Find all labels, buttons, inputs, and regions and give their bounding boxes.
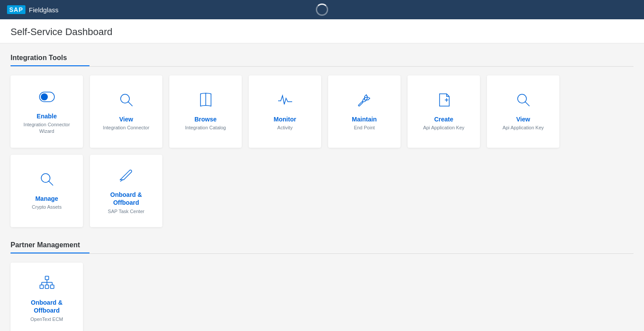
- section-partner-management: Partner Management Onboard & OffboardOpe…: [11, 241, 633, 331]
- svg-line-8: [525, 102, 530, 106]
- tile-enable-connector[interactable]: EnableIntegration Connector Wizard: [11, 75, 83, 148]
- svg-rect-12: [45, 276, 49, 280]
- manage-crypto-title: Manage: [35, 195, 58, 203]
- sap-logo-box: SAP: [7, 5, 25, 14]
- main-content: Integration Tools EnableIntegration Conn…: [0, 43, 644, 331]
- section-title-integration-tools: Integration Tools: [11, 54, 89, 66]
- view-connector-title: View: [119, 115, 133, 123]
- manage-crypto-icon: [39, 171, 55, 189]
- create-api-key-icon: [436, 92, 452, 110]
- monitor-activity-subtitle: Activity: [277, 125, 293, 131]
- browse-catalog-icon: [198, 92, 214, 110]
- onboard-offboard-task-icon: [118, 167, 134, 185]
- onboard-offboard-ecm-title: Onboard & Offboard: [18, 299, 76, 314]
- enable-connector-subtitle: Integration Connector Wizard: [18, 121, 76, 134]
- onboard-offboard-task-subtitle: SAP Task Center: [108, 208, 144, 214]
- tile-onboard-offboard-task[interactable]: Onboard & OffboardSAP Task Center: [90, 155, 162, 227]
- tile-browse-catalog[interactable]: BrowseIntegration Catalog: [169, 75, 242, 148]
- section-integration-tools: Integration Tools EnableIntegration Conn…: [11, 54, 633, 227]
- section-title-partner-management: Partner Management: [11, 241, 89, 253]
- maintain-endpoint-subtitle: End Point: [354, 125, 375, 131]
- tile-create-api-key[interactable]: CreateApi Application Key: [408, 75, 480, 148]
- monitor-activity-title: Monitor: [274, 115, 296, 123]
- tile-onboard-offboard-ecm[interactable]: Onboard & OffboardOpenText ECM: [11, 263, 83, 331]
- tile-grid-partner-management: Onboard & OffboardOpenText ECM: [11, 263, 633, 331]
- page-title-bar: Self-Service Dashboard: [0, 19, 644, 43]
- tile-monitor-activity[interactable]: MonitorActivity: [249, 75, 321, 148]
- svg-rect-14: [45, 285, 49, 288]
- browse-catalog-title: Browse: [194, 115, 217, 123]
- enable-connector-icon: [39, 89, 55, 107]
- svg-rect-13: [40, 285, 43, 288]
- svg-point-1: [41, 93, 48, 100]
- tile-view-connector[interactable]: ViewIntegration Connector: [90, 75, 162, 148]
- view-api-key-subtitle: Api Application Key: [502, 125, 544, 131]
- create-api-key-subtitle: Api Application Key: [423, 125, 464, 131]
- create-api-key-title: Create: [434, 115, 454, 123]
- onboard-offboard-ecm-subtitle: OpenText ECM: [30, 316, 63, 322]
- svg-line-10: [49, 181, 53, 185]
- app-header: SAP Fieldglass: [0, 0, 644, 19]
- view-connector-subtitle: Integration Connector: [103, 125, 150, 131]
- svg-line-3: [128, 102, 132, 106]
- page-title: Self-Service Dashboard: [11, 26, 633, 38]
- browse-catalog-subtitle: Integration Catalog: [185, 125, 226, 131]
- svg-rect-15: [50, 285, 54, 288]
- view-api-key-title: View: [516, 115, 530, 123]
- monitor-activity-icon: [277, 92, 293, 110]
- loading-indicator: [316, 4, 328, 16]
- sap-logo: SAP Fieldglass: [7, 5, 58, 14]
- manage-crypto-subtitle: Crypto Assets: [32, 204, 62, 210]
- tile-view-api-key[interactable]: ViewApi Application Key: [487, 75, 559, 148]
- maintain-endpoint-icon: [357, 92, 372, 110]
- view-api-key-icon: [515, 92, 531, 110]
- view-connector-icon: [118, 92, 134, 110]
- tile-grid-integration-tools: EnableIntegration Connector Wizard ViewI…: [11, 75, 633, 227]
- onboard-offboard-ecm-icon: [39, 275, 55, 293]
- section-header-partner-management: Partner Management: [11, 241, 633, 253]
- maintain-endpoint-title: Maintain: [352, 115, 377, 123]
- section-header-integration-tools: Integration Tools: [11, 54, 633, 66]
- app-name: Fieldglass: [29, 6, 59, 14]
- tile-manage-crypto[interactable]: ManageCrypto Assets: [11, 155, 83, 227]
- onboard-offboard-task-title: Onboard & Offboard: [97, 191, 155, 206]
- tile-maintain-endpoint[interactable]: MaintainEnd Point: [328, 75, 401, 148]
- sections-container: Integration Tools EnableIntegration Conn…: [11, 54, 633, 331]
- enable-connector-title: Enable: [37, 112, 57, 120]
